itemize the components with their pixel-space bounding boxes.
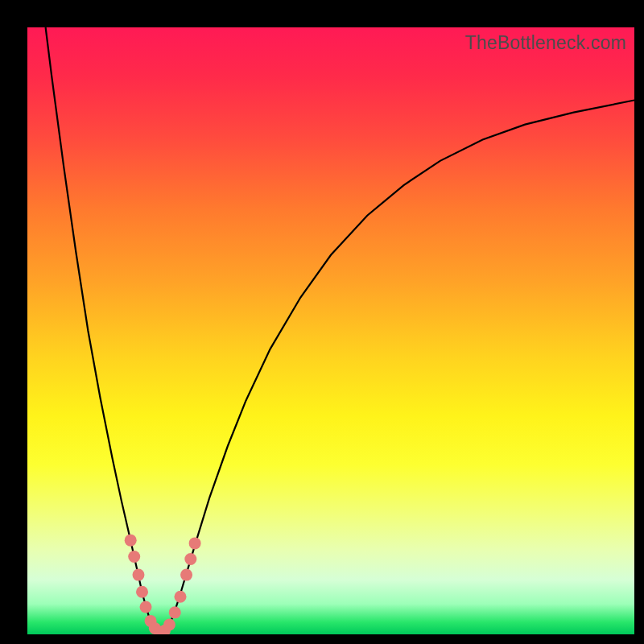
data-marker bbox=[140, 601, 152, 613]
data-marker bbox=[184, 553, 196, 565]
data-marker bbox=[189, 537, 201, 549]
marker-group bbox=[125, 535, 201, 634]
data-marker bbox=[180, 569, 192, 581]
plot-area: TheBottleneck.com bbox=[27, 27, 634, 634]
data-marker bbox=[128, 551, 140, 563]
chart-svg bbox=[27, 27, 634, 634]
watermark-text: TheBottleneck.com bbox=[465, 32, 626, 54]
data-marker bbox=[136, 586, 148, 598]
data-marker bbox=[132, 569, 144, 581]
data-marker bbox=[169, 606, 181, 618]
data-marker bbox=[125, 535, 137, 547]
data-marker bbox=[163, 618, 175, 630]
chart-frame: TheBottleneck.com bbox=[0, 0, 644, 644]
data-marker bbox=[175, 591, 187, 603]
